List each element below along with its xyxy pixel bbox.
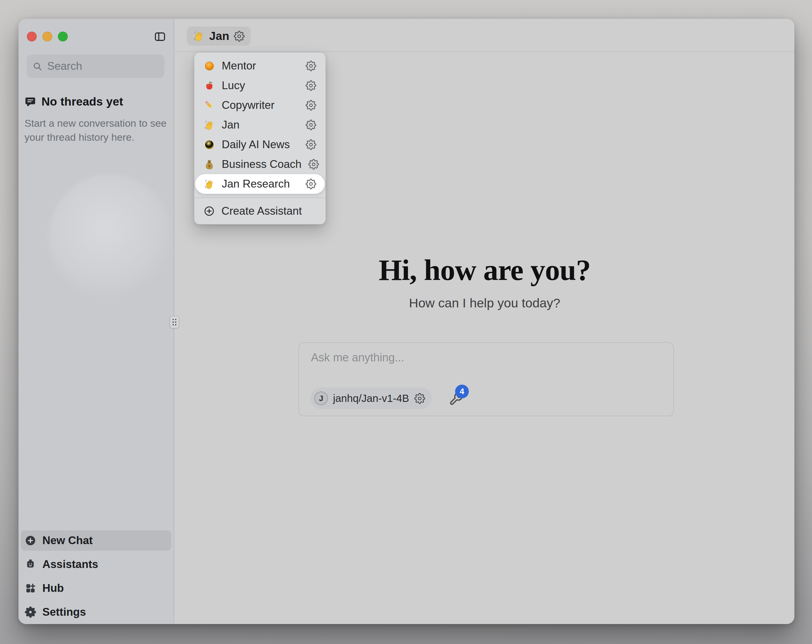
gear-icon[interactable] [308, 159, 319, 170]
apple-emoji-icon [204, 80, 215, 91]
menu-item-label: Business Coach [222, 158, 301, 171]
assistant-dropdown-menu: Mentor Lucy Copywriter Jan Daily AI News [194, 52, 326, 224]
gear-icon[interactable] [305, 80, 316, 91]
minimize-button[interactable] [43, 32, 52, 41]
main-header: Jan [175, 19, 794, 52]
sidebar-nav: New Chat Assistants Hub Settings [21, 530, 171, 622]
menu-item-label: Jan Research [222, 178, 299, 190]
gear-icon[interactable] [305, 100, 316, 111]
menu-item-label: Jan [222, 119, 299, 131]
tools-count-badge: 4 [455, 385, 469, 398]
greeting: Hi, how are you? How can I help you toda… [175, 254, 794, 311]
menu-item-mentor[interactable]: Mentor [195, 56, 325, 76]
wave-emoji-icon [193, 30, 205, 42]
assistant-switcher-button[interactable]: Jan [187, 26, 251, 46]
menu-item-label: Lucy [222, 79, 299, 92]
sidebar-item-new-chat[interactable]: New Chat [21, 530, 171, 551]
empty-state-description: Start a new conversation to see your thr… [24, 116, 168, 144]
menu-item-business-coach[interactable]: Business Coach [195, 154, 325, 174]
plus-circle-icon [25, 535, 36, 546]
chat-bubble-icon [24, 96, 36, 108]
assistant-switcher-label: Jan [209, 29, 229, 43]
create-assistant-button[interactable]: Create Assistant [195, 201, 325, 221]
greeting-subtitle: How can I help you today? [175, 296, 794, 311]
menu-item-label: Mentor [222, 59, 299, 72]
menu-item-jan-research[interactable]: Jan Research [195, 174, 325, 194]
chat-input[interactable] [311, 351, 661, 377]
zoom-button[interactable] [58, 32, 68, 41]
gear-icon[interactable] [305, 61, 316, 71]
menu-item-copywriter[interactable]: Copywriter [195, 95, 325, 115]
orange-circle-emoji-icon [204, 61, 215, 72]
tools-button[interactable]: 4 [447, 391, 465, 408]
hub-grid-icon [25, 583, 36, 594]
assistant-settings-gear-icon[interactable] [234, 31, 245, 42]
model-avatar: J [314, 391, 328, 405]
app-window: No threads yet Start a new conversation … [18, 19, 794, 624]
threads-empty-state: No threads yet Start a new conversation … [24, 95, 168, 144]
menu-item-label: Daily AI News [222, 139, 299, 151]
gear-icon[interactable] [305, 178, 316, 189]
gear-icon [25, 606, 36, 618]
chat-composer[interactable]: J janhq/Jan-v1-4B 4 [298, 342, 674, 416]
gear-icon[interactable] [305, 120, 316, 130]
sidebar-item-label: New Chat [43, 534, 93, 547]
menu-item-daily-ai-news[interactable]: Daily AI News [195, 135, 325, 154]
sidebar-item-settings[interactable]: Settings [21, 602, 171, 622]
menu-item-lucy[interactable]: Lucy [195, 76, 325, 95]
sidebar-resize-handle[interactable] [170, 316, 179, 328]
sidebar-item-label: Hub [43, 582, 64, 595]
model-selector-button[interactable]: J janhq/Jan-v1-4B [310, 388, 432, 409]
pencil-emoji-icon [204, 100, 215, 111]
sidebar-item-hub[interactable]: Hub [21, 578, 171, 598]
menu-separator [194, 197, 325, 198]
create-assistant-label: Create Assistant [221, 205, 302, 217]
sidebar: No threads yet Start a new conversation … [18, 19, 174, 624]
sidebar-toggle-button[interactable] [154, 31, 166, 43]
greeting-title: Hi, how are you? [175, 254, 794, 286]
sidebar-watermark [48, 174, 174, 302]
sidebar-item-label: Assistants [43, 558, 98, 571]
menu-item-jan[interactable]: Jan [195, 115, 325, 135]
sidebar-item-assistants[interactable]: Assistants [21, 554, 171, 574]
yellow-circle-emoji-icon [204, 139, 215, 150]
search-bar [27, 55, 165, 78]
money-bag-emoji-icon [204, 159, 215, 170]
drag-dots-icon [170, 316, 179, 328]
window-controls [27, 32, 68, 41]
sidebar-item-label: Settings [43, 606, 86, 618]
wave-emoji-icon [204, 120, 215, 131]
wave-emoji-icon [204, 178, 215, 190]
close-button[interactable] [27, 32, 37, 41]
sidebar-toggle-icon [154, 31, 166, 43]
main-area: Jan Mentor Lucy Copywriter [175, 19, 794, 624]
model-name-label: janhq/Jan-v1-4B [333, 392, 409, 404]
empty-state-title: No threads yet [41, 95, 123, 108]
search-input[interactable] [47, 60, 159, 72]
gear-icon[interactable] [305, 139, 316, 150]
assistant-icon [25, 559, 36, 570]
circle-plus-icon [204, 206, 215, 216]
menu-item-label: Copywriter [222, 99, 299, 111]
model-settings-gear-icon[interactable] [414, 393, 425, 404]
search-icon [32, 61, 43, 71]
